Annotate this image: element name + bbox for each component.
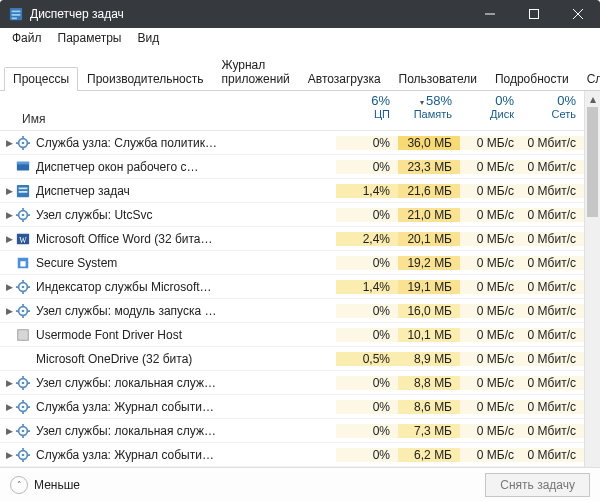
table-row[interactable]: ▶Служба узла: Служба политик…0%36,0 МБ0 … [0, 131, 584, 155]
expand-icon[interactable]: ▶ [0, 402, 14, 412]
menu-file[interactable]: Файл [4, 29, 50, 47]
process-name: Узел службы: UtcSvc [32, 208, 336, 222]
cell-disk: 0 МБ/с [460, 184, 522, 198]
menu-options[interactable]: Параметры [50, 29, 130, 47]
process-icon [14, 375, 32, 391]
table-row[interactable]: Secure System0%19,2 МБ0 МБ/с0 Мбит/с [0, 251, 584, 275]
table-row[interactable]: ▶Узел службы: UtcSvc0%21,0 МБ0 МБ/с0 Мби… [0, 203, 584, 227]
cell-disk: 0 МБ/с [460, 160, 522, 174]
cell-memory: 16,0 МБ [398, 304, 460, 318]
tab-app-history[interactable]: Журнал приложений [213, 53, 299, 91]
cell-cpu: 0% [336, 400, 398, 414]
svg-point-20 [22, 213, 25, 216]
fewer-details-button[interactable]: ˄ Меньше [10, 476, 80, 494]
svg-rect-15 [17, 161, 29, 164]
col-name[interactable]: Имя [0, 91, 336, 130]
col-memory[interactable]: ▾58% Память [398, 91, 460, 130]
table-row[interactable]: ▶Узел службы: модуль запуска …0%16,0 МБ0… [0, 299, 584, 323]
cell-network: 0 Мбит/с [522, 232, 584, 246]
tab-details[interactable]: Подробности [486, 67, 578, 91]
process-name: Usermode Font Driver Host [32, 328, 336, 342]
cell-cpu: 0% [336, 424, 398, 438]
expand-icon[interactable]: ▶ [0, 234, 14, 244]
scrollbar[interactable]: ▴ ▾ [584, 91, 600, 491]
table-row[interactable]: ▶Индексатор службы Microsoft…1,4%19,1 МБ… [0, 275, 584, 299]
tab-performance[interactable]: Производительность [78, 67, 212, 91]
cell-disk: 0 МБ/с [460, 304, 522, 318]
cell-network: 0 Мбит/с [522, 160, 584, 174]
scroll-track[interactable] [585, 107, 600, 475]
process-icon [14, 351, 32, 367]
col-cpu[interactable]: 6% ЦП [336, 91, 398, 130]
table-row[interactable]: Диспетчер окон рабочего с…0%23,3 МБ0 МБ/… [0, 155, 584, 179]
window-title: Диспетчер задач [30, 7, 124, 21]
process-name: Индексатор службы Microsoft… [32, 280, 336, 294]
titlebar: Диспетчер задач [0, 0, 600, 28]
close-button[interactable] [556, 0, 600, 28]
app-icon [8, 6, 24, 22]
cell-memory: 23,3 МБ [398, 160, 460, 174]
cell-network: 0 Мбит/с [522, 256, 584, 270]
tab-users[interactable]: Пользователи [390, 67, 486, 91]
table-row[interactable]: ▶Узел службы: локальная служ…0%7,3 МБ0 М… [0, 419, 584, 443]
table-row[interactable]: ▶WMicrosoft Office Word (32 бита…2,4%20,… [0, 227, 584, 251]
process-icon [14, 135, 32, 151]
svg-rect-41 [18, 329, 29, 340]
cell-memory: 19,2 МБ [398, 256, 460, 270]
tab-services[interactable]: Службы [578, 67, 600, 91]
cell-cpu: 0% [336, 376, 398, 390]
expand-icon[interactable]: ▶ [0, 378, 14, 388]
end-task-button[interactable]: Снять задачу [485, 473, 590, 497]
table-row[interactable]: ▶Узел службы: локальная служ…0%8,8 МБ0 М… [0, 371, 584, 395]
col-disk[interactable]: 0% Диск [460, 91, 522, 130]
cell-disk: 0 МБ/с [460, 136, 522, 150]
process-name: Узел службы: модуль запуска … [32, 304, 336, 318]
svg-point-36 [22, 309, 25, 312]
col-net-label: Сеть [522, 108, 576, 120]
table-row[interactable]: ▶Служба узла: Журнал событи…0%6,2 МБ0 МБ… [0, 443, 584, 467]
cell-network: 0 Мбит/с [522, 184, 584, 198]
svg-rect-17 [19, 187, 28, 189]
process-name: Служба узла: Журнал событи… [32, 448, 336, 462]
table-row[interactable]: ▶Диспетчер задач1,4%21,6 МБ0 МБ/с0 Мбит/… [0, 179, 584, 203]
menu-view[interactable]: Вид [129, 29, 167, 47]
svg-rect-28 [20, 261, 25, 266]
cell-disk: 0 МБ/с [460, 424, 522, 438]
tab-processes[interactable]: Процессы [4, 67, 78, 91]
cell-network: 0 Мбит/с [522, 448, 584, 462]
table-row[interactable]: ▶Служба узла: Журнал событи…0%8,6 МБ0 МБ… [0, 395, 584, 419]
table-row[interactable]: Usermode Font Driver Host0%10,1 МБ0 МБ/с… [0, 323, 584, 347]
cell-memory: 21,0 МБ [398, 208, 460, 222]
expand-icon[interactable]: ▶ [0, 282, 14, 292]
scroll-thumb[interactable] [587, 107, 598, 217]
expand-icon[interactable]: ▶ [0, 186, 14, 196]
cell-disk: 0 МБ/с [460, 232, 522, 246]
cell-disk: 0 МБ/с [460, 280, 522, 294]
minimize-button[interactable] [468, 0, 512, 28]
table-row[interactable]: Microsoft OneDrive (32 бита)0,5%8,9 МБ0 … [0, 347, 584, 371]
process-name: Диспетчер задач [32, 184, 336, 198]
sort-desc-icon: ▾ [420, 98, 424, 107]
tab-startup[interactable]: Автозагрузка [299, 67, 390, 91]
cell-network: 0 Мбит/с [522, 376, 584, 390]
cell-memory: 20,1 МБ [398, 232, 460, 246]
table-header: Имя 6% ЦП ▾58% Память 0% Диск 0% Сеть [0, 91, 584, 131]
col-network[interactable]: 0% Сеть [522, 91, 584, 130]
process-icon [14, 327, 32, 343]
expand-icon[interactable]: ▶ [0, 450, 14, 460]
expand-icon[interactable]: ▶ [0, 426, 14, 436]
cell-network: 0 Мбит/с [522, 400, 584, 414]
expand-icon[interactable]: ▶ [0, 138, 14, 148]
col-disk-label: Диск [460, 108, 514, 120]
col-cpu-pct: 6% [336, 93, 390, 108]
process-name: Microsoft OneDrive (32 бита) [32, 352, 336, 366]
scroll-up-icon[interactable]: ▴ [585, 91, 600, 107]
process-icon [14, 255, 32, 271]
svg-point-30 [22, 285, 25, 288]
chevron-up-icon: ˄ [10, 476, 28, 494]
maximize-button[interactable] [512, 0, 556, 28]
process-table: Имя 6% ЦП ▾58% Память 0% Диск 0% Сеть ▶С… [0, 91, 600, 491]
expand-icon[interactable]: ▶ [0, 210, 14, 220]
cell-network: 0 Мбит/с [522, 328, 584, 342]
expand-icon[interactable]: ▶ [0, 306, 14, 316]
